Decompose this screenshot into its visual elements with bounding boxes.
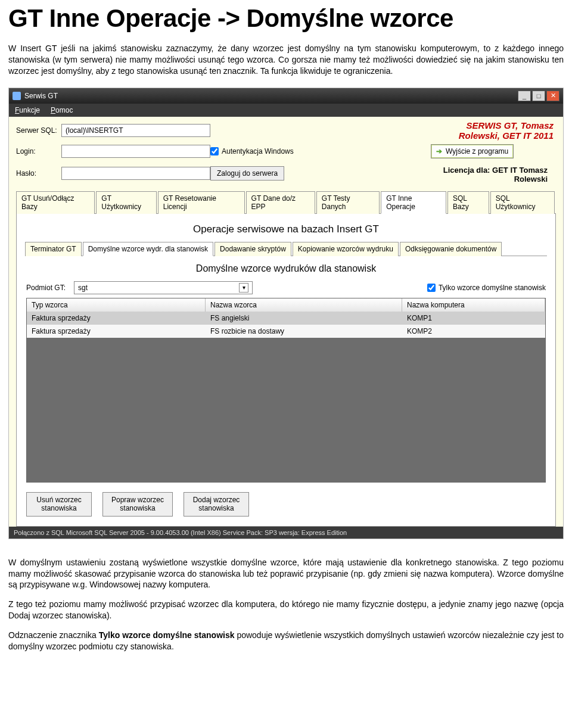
auth-checkbox[interactable] — [210, 147, 219, 155]
label-haslo: Hasło: — [16, 169, 61, 178]
th-typ[interactable]: Typ wzorca — [27, 298, 206, 312]
menubar: Funkcje Pomoc — [9, 104, 563, 117]
page-title: GT Inne Operacje -> Domyślne wzorce — [8, 5, 564, 32]
window-title: Serwis GT — [24, 92, 58, 100]
brand-text: SERWIS GT, Tomasz Rolewski, GET IT 2011 — [431, 120, 556, 141]
sub-tab[interactable]: Terminator GT — [25, 242, 82, 256]
paragraph-2: Z tego też poziomu mamy możliwość przypi… — [8, 599, 564, 621]
only-default-label: Tylko wzorce domyślne stanowisk — [439, 284, 546, 292]
main-tab[interactable]: GT Resetowanie Licencji — [158, 191, 245, 214]
serwer-input[interactable] — [61, 124, 210, 137]
paragraph-3: Odznaczenie znacznika Tylko wzorce domyś… — [8, 630, 564, 652]
podmiot-value: sgt — [78, 284, 88, 292]
main-tab[interactable]: SQL Użytkownicy — [490, 191, 555, 214]
app-icon — [13, 92, 21, 100]
main-tabs: GT Usuń/Odłącz BazyGT UżytkownicyGT Rese… — [16, 191, 556, 214]
status-bar: Połączono z SQL Microsoft SQL Server 200… — [9, 527, 563, 539]
login-button[interactable]: Zaloguj do serwera — [210, 166, 284, 181]
main-tab[interactable]: GT Inne Operacje — [381, 191, 446, 214]
client-area: Serwer SQL: SERWIS GT, Tomasz Rolewski, … — [9, 117, 563, 527]
haslo-input[interactable] — [61, 167, 210, 180]
cell-komputer: KOMP1 — [402, 312, 545, 325]
app-window: Serwis GT _ □ ✕ Funkcje Pomoc Serwer SQL… — [8, 88, 564, 539]
table-header: Typ wzorca Nazwa wzorca Nazwa komputera — [27, 298, 545, 312]
sub-tab[interactable]: Odksięgowanie dokumentów — [400, 242, 502, 256]
maximize-button[interactable]: □ — [532, 91, 545, 101]
p3-part-a: Odznaczenie znacznika — [8, 630, 99, 640]
login-input[interactable] — [61, 145, 210, 158]
label-podmiot: Podmiot GT: — [26, 284, 68, 292]
label-serwer: Serwer SQL: — [16, 126, 61, 135]
p3-bold: Tylko wzorce domyślne stanowisk — [99, 630, 235, 640]
main-tab[interactable]: GT Dane do/z EPP — [246, 191, 315, 214]
cell-typ: Faktura sprzedaży — [27, 325, 206, 338]
table-row[interactable]: Faktura sprzedaży FS angielski KOMP1 — [27, 312, 545, 325]
close-button[interactable]: ✕ — [546, 91, 559, 101]
exit-icon: ➔ — [436, 147, 442, 155]
th-komputer[interactable]: Nazwa komputera — [402, 298, 545, 312]
section-title-2: Domyślne wzorce wydruków dla stanowisk — [26, 263, 546, 274]
intro-paragraph: W Insert GT jeśli na jakimś stanowisku z… — [8, 43, 564, 77]
cell-komputer: KOMP2 — [402, 325, 545, 338]
podmiot-combo[interactable]: sgt ▾ — [74, 281, 253, 294]
cell-typ: Faktura sprzedaży — [27, 312, 206, 325]
exit-button[interactable]: ➔Wyjście z programu — [431, 144, 514, 158]
table-row[interactable]: Faktura sprzedaży FS rozbicie na dostawy… — [27, 325, 545, 338]
cell-nazwa: FS angielski — [206, 312, 402, 325]
main-tab[interactable]: SQL Bazy — [447, 191, 489, 214]
license-text: Licencja dla: GET IT Tomasz Rolewski — [431, 166, 556, 183]
section-title-1: Operacje serwisowe na bazach Insert GT — [25, 223, 547, 235]
usun-button[interactable]: Usuń wzorzecstanowiska — [26, 492, 92, 517]
paragraph-1: W domyślnym ustawieniu zostaną wyświetlo… — [8, 557, 564, 591]
minimize-button[interactable]: _ — [518, 91, 531, 101]
sub-tab[interactable]: Dodawanie skryptów — [214, 242, 291, 256]
cell-nazwa: FS rozbicie na dostawy — [206, 325, 402, 338]
main-tab[interactable]: GT Użytkownicy — [96, 191, 156, 214]
only-default-checkbox[interactable] — [427, 284, 436, 292]
sub-tab[interactable]: Domyślne wzorce wydr. dla stanowisk — [83, 242, 213, 256]
auth-label: Autentykacja Windows — [222, 147, 294, 155]
wzorce-table: Typ wzorca Nazwa wzorca Nazwa komputera … — [26, 298, 546, 483]
main-tab-content: Operacje serwisowe na bazach Insert GT T… — [16, 214, 556, 527]
menu-funkcje[interactable]: Funkcje — [15, 106, 40, 114]
main-tab[interactable]: GT Testy Danych — [316, 191, 380, 214]
th-nazwa[interactable]: Nazwa wzorca — [206, 298, 402, 312]
main-tab[interactable]: GT Usuń/Odłącz Bazy — [16, 191, 95, 214]
sub-tabs: Terminator GTDomyślne wzorce wydr. dla s… — [25, 241, 547, 256]
dodaj-button[interactable]: Dodaj wzorzecstanowiska — [184, 492, 249, 517]
exit-button-label: Wyjście z programu — [446, 147, 508, 155]
menu-pomoc[interactable]: Pomoc — [51, 106, 73, 114]
titlebar: Serwis GT _ □ ✕ — [9, 88, 563, 104]
label-login: Login: — [16, 147, 61, 155]
popraw-button[interactable]: Popraw wzorzecstanowiska — [102, 492, 173, 517]
sub-tab[interactable]: Kopiowanie wzorców wydruku — [293, 242, 399, 256]
chevron-down-icon: ▾ — [239, 283, 248, 293]
